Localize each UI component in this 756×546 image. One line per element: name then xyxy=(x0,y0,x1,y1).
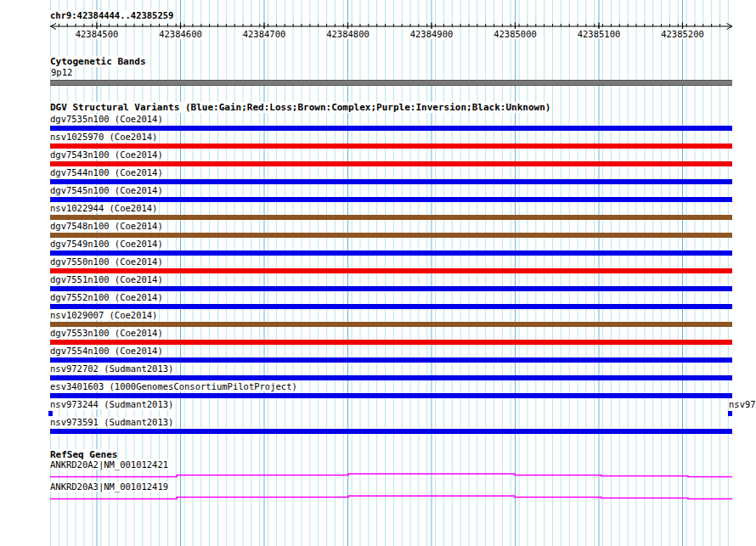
variant-bar[interactable] xyxy=(50,286,732,291)
ruler-tick-label: 42385100 xyxy=(578,29,621,39)
variant-bar[interactable] xyxy=(50,179,732,184)
variant-label: dgv7553n100 (Coe2014) xyxy=(50,328,163,338)
variant-label: esv3401603 (1000GenomesConsortiumPilotPr… xyxy=(50,381,297,391)
variant-label: nsv1022944 (Coe2014) xyxy=(50,203,157,213)
variant-label: dgv7552n100 (Coe2014) xyxy=(50,292,163,302)
variant-bar[interactable] xyxy=(728,411,732,416)
ruler-tick-label: 42384600 xyxy=(159,29,202,39)
gene-model-line[interactable] xyxy=(50,496,732,499)
variant-label: dgv7544n100 (Coe2014) xyxy=(50,167,163,177)
variant-label: nsv1025970 (Coe2014) xyxy=(50,132,157,142)
variant-label: dgv7551n100 (Coe2014) xyxy=(50,274,163,284)
gene-label: ANKRD20A2|NM_001012421 xyxy=(50,459,168,470)
ruler-tick-label: 42384900 xyxy=(410,29,454,39)
gene-model-line[interactable] xyxy=(50,474,732,477)
genome-browser-panel: chr9:42384444..42385259 4238450042384600… xyxy=(0,0,756,546)
variant-label: dgv7554n100 (Coe2014) xyxy=(50,346,163,356)
variant-label: nsv1029007 (Coe2014) xyxy=(50,310,157,320)
variant-bar[interactable] xyxy=(50,144,732,149)
variant-bar[interactable] xyxy=(50,393,732,398)
variant-bar[interactable] xyxy=(50,197,732,202)
variant-label: nsv973591 (Sudmant2013) xyxy=(50,417,173,427)
variant-bar[interactable] xyxy=(50,250,732,256)
ruler-tick-label: 42385200 xyxy=(661,29,704,39)
cytoband-label: 9p12 xyxy=(51,67,72,77)
ruler-tick-label: 42385000 xyxy=(494,29,537,39)
ruler-tick-label: 42384500 xyxy=(76,29,119,39)
variant-bar[interactable] xyxy=(50,126,732,131)
ruler-tick-label: 42384700 xyxy=(243,29,286,39)
variant-label: dgv7549n100 (Coe2014) xyxy=(50,239,163,249)
cytogenetic-track-title: Cytogenetic Bands xyxy=(50,56,146,67)
cytoband-bar[interactable] xyxy=(50,80,732,86)
variant-bar[interactable] xyxy=(50,322,732,327)
variant-bar[interactable] xyxy=(50,375,732,380)
variant-bar[interactable] xyxy=(50,357,732,363)
region-position-label: chr9:42384444..42385259 xyxy=(50,10,173,20)
ruler-tick-label: 42384800 xyxy=(326,29,370,39)
variant-bar[interactable] xyxy=(50,304,732,309)
variant-label: nsv972702 (Sudmant2013) xyxy=(50,363,173,374)
variant-label: nsv973244 (Sudmant2013) xyxy=(50,399,173,409)
dgv-track-title: DGV Structural Variants (Blue:Gain;Red:L… xyxy=(50,102,550,113)
variant-bar[interactable] xyxy=(50,268,732,273)
variant-bar[interactable] xyxy=(50,215,732,220)
variant-label: dgv7543n100 (Coe2014) xyxy=(50,149,163,160)
variant-bar[interactable] xyxy=(50,340,732,345)
variant-bar[interactable] xyxy=(48,411,54,416)
gene-label: ANKRD20A3|NM_001012419 xyxy=(50,481,168,492)
variant-label-clipped: nsv973 xyxy=(729,399,756,409)
variant-label: dgv7548n100 (Coe2014) xyxy=(50,221,163,231)
variant-label: dgv7535n100 (Coe2014) xyxy=(50,114,163,124)
variant-label: dgv7550n100 (Coe2014) xyxy=(50,256,163,267)
variant-bar[interactable] xyxy=(50,233,732,238)
coordinate-ruler xyxy=(51,23,733,31)
variant-bar[interactable] xyxy=(50,429,732,434)
variant-label: dgv7545n100 (Coe2014) xyxy=(50,185,163,195)
variant-bar[interactable] xyxy=(50,161,732,166)
